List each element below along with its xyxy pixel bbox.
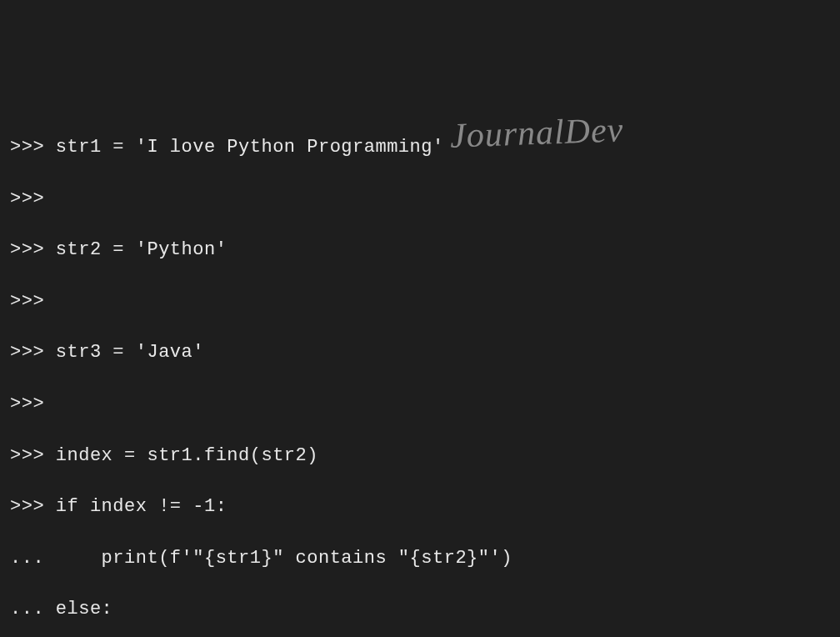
code-line: >>> str1 = 'I love Python Programming' xyxy=(10,135,830,161)
code-line: >>> str2 = 'Python' xyxy=(10,238,830,263)
code-line: >>> str3 = 'Java' xyxy=(10,340,830,366)
terminal-output: >>> str1 = 'I love Python Programming' >… xyxy=(10,109,830,637)
code-line: >>> xyxy=(10,187,830,213)
code-line: >>> xyxy=(10,392,830,418)
code-line: >>> if index != -1: xyxy=(10,494,830,520)
watermark-text: JournalDev xyxy=(449,105,624,160)
code-line: ... else: xyxy=(10,597,830,623)
code-line: >>> xyxy=(10,289,830,315)
code-line: ... print(f'"{str1}" contains "{str2}"') xyxy=(10,546,830,572)
code-line: >>> index = str1.find(str2) xyxy=(10,444,830,469)
